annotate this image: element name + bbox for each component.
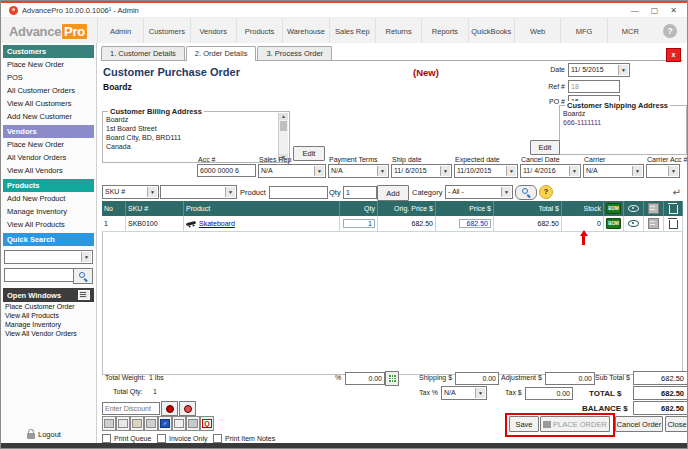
expected-date-picker[interactable]: 11/10/2015▼ <box>454 164 518 178</box>
menu-sales-rep[interactable]: Sales Rep <box>329 18 375 44</box>
menu-quickbooks[interactable]: QuickBooks <box>468 18 514 44</box>
chevron-down-icon[interactable]: ▼ <box>440 166 450 176</box>
sidebar-item-manage-inventory[interactable]: Manage Inventory <box>1 205 96 218</box>
apply-discount-button[interactable] <box>161 401 178 416</box>
remove-discount-button[interactable] <box>179 401 196 416</box>
product-search-go-button[interactable] <box>515 185 537 200</box>
print-queue-checkbox[interactable] <box>102 434 111 443</box>
menu-returns[interactable]: Returns <box>375 18 421 44</box>
price-cell-input[interactable]: 682.50 <box>459 219 491 228</box>
trash-icon[interactable] <box>669 220 678 229</box>
quick-search-type-select[interactable]: ▼ <box>4 250 93 264</box>
signature-icon[interactable] <box>130 416 144 431</box>
carrier-acc-select[interactable]: ▼ <box>646 164 680 178</box>
sidebar-item-all-vendor-orders[interactable]: All Vendor Orders <box>1 151 96 164</box>
sidebar-item-all-customer-orders[interactable]: All Customer Orders <box>1 84 96 97</box>
quickbooks-icon[interactable]: Q <box>200 416 214 431</box>
tab-order-details[interactable]: 2. Order Details <box>186 46 257 61</box>
sidebar-item-add-new-customer[interactable]: Add New Customer <box>1 110 96 123</box>
invoice-only-checkbox[interactable] <box>157 434 166 443</box>
minimize-button[interactable]: — <box>631 6 639 15</box>
sidebar-item-vendor-place-new-order[interactable]: Place New Order <box>1 138 96 151</box>
notes-icon[interactable] <box>648 218 659 229</box>
cancel-date-picker[interactable]: 11/ 4/2016▼ <box>520 164 581 178</box>
maximize-button[interactable]: ▢ <box>651 6 659 15</box>
menu-vendors[interactable]: Vendors <box>190 18 236 44</box>
sidebar-item-pos[interactable]: POS <box>1 71 96 84</box>
chevron-down-icon[interactable]: ▼ <box>81 252 91 262</box>
print-item-notes-checkbox[interactable] <box>213 434 222 443</box>
open-window-place-customer-order[interactable]: Place Customer Order <box>1 302 96 311</box>
menu-warehouse[interactable]: Warehouse <box>282 18 328 44</box>
sidebar-item-view-all-products[interactable]: View All Products <box>1 218 96 231</box>
secure-print-icon[interactable] <box>144 416 158 431</box>
chevron-down-icon[interactable]: ▼ <box>225 187 235 197</box>
open-window-manage-inventory[interactable]: Manage Inventory <box>1 320 96 329</box>
chevron-down-icon[interactable]: ▼ <box>377 166 387 176</box>
fax-icon[interactable] <box>186 416 200 431</box>
place-order-button[interactable]: PLACE ORDER <box>540 416 610 432</box>
add-button[interactable]: Add <box>377 185 409 201</box>
sku-value-select[interactable]: ▼ <box>160 185 237 199</box>
eye-icon[interactable] <box>628 220 639 227</box>
menu-admin[interactable]: Admin <box>97 18 143 44</box>
return-icon[interactable]: ↵ <box>673 187 681 198</box>
acc-field[interactable] <box>197 164 256 177</box>
tax-percent-select[interactable]: N/A▼ <box>441 386 487 400</box>
help-icon[interactable]: ? <box>663 24 677 38</box>
print-icon[interactable] <box>102 416 116 431</box>
tab-process-order[interactable]: 3. Process Order <box>257 46 332 60</box>
ship-date-picker[interactable]: 11/ 6/2015▼ <box>391 164 452 178</box>
save-button[interactable]: Save <box>509 416 539 432</box>
chevron-down-icon[interactable]: ▼ <box>569 166 579 176</box>
discount-field[interactable] <box>102 402 160 415</box>
ref-field[interactable] <box>568 80 620 93</box>
chevron-down-icon[interactable]: ▼ <box>668 166 678 176</box>
adjustment-field[interactable] <box>545 372 595 385</box>
edit-shipping-button[interactable]: Edit <box>530 140 560 155</box>
close-button[interactable]: ✕ <box>670 6 677 15</box>
sidebar-item-view-all-customers[interactable]: View All Customers <box>1 97 96 110</box>
date-picker[interactable]: 11/ 5/2015 ▼ <box>568 63 630 77</box>
menu-customers[interactable]: Customers <box>143 18 189 44</box>
category-select[interactable]: - All -▼ <box>445 185 513 199</box>
shipping-field[interactable] <box>455 372 499 385</box>
chevron-down-icon[interactable]: ▼ <box>475 388 485 398</box>
carrier-select[interactable]: N/A▼ <box>583 164 644 178</box>
window-list-icon[interactable] <box>78 290 90 300</box>
print-preview-icon[interactable] <box>116 416 130 431</box>
chevron-down-icon[interactable]: ▼ <box>618 65 628 75</box>
copy-icon[interactable] <box>172 416 186 431</box>
edit-billing-button[interactable]: Edit <box>293 146 325 161</box>
open-window-view-all-vendor-orders[interactable]: View All Vendor Orders <box>1 329 96 338</box>
sidebar-item-place-new-order[interactable]: Place New Order <box>1 58 96 71</box>
sidebar-item-add-new-product[interactable]: Add New Product <box>1 192 96 205</box>
calculator-button[interactable] <box>385 371 399 386</box>
sku-mode-select[interactable]: SKU #▼ <box>102 185 159 199</box>
help-question-icon[interactable]: ? <box>539 185 553 199</box>
chevron-down-icon[interactable]: ▼ <box>314 166 324 176</box>
menu-reports[interactable]: Reports <box>421 18 467 44</box>
open-window-view-all-products[interactable]: View All Products <box>1 311 96 320</box>
menu-mfg[interactable]: MFG <box>560 18 606 44</box>
product-link[interactable]: Skateboard <box>199 220 235 227</box>
menu-products[interactable]: Products <box>236 18 282 44</box>
menu-web[interactable]: Web <box>514 18 560 44</box>
close-order-button[interactable]: Close <box>665 416 688 432</box>
bom-icon[interactable]: BOM <box>606 218 621 229</box>
chevron-down-icon[interactable]: ▼ <box>501 187 511 197</box>
tab-customer-details[interactable]: 1. Customer Details <box>101 46 185 60</box>
payment-terms-select[interactable]: N/A▼ <box>328 164 389 178</box>
print-selected-icon[interactable]: ✓ <box>158 416 172 431</box>
tax-field[interactable] <box>525 387 573 400</box>
logout-button[interactable]: Logout <box>27 430 61 439</box>
qty-field[interactable] <box>343 186 377 199</box>
sales-rep-select[interactable]: N/A▼ <box>258 164 326 178</box>
chevron-down-icon[interactable]: ▼ <box>147 187 157 197</box>
chevron-down-icon[interactable]: ▼ <box>632 166 642 176</box>
discount-percent-field[interactable] <box>345 372 385 385</box>
product-search-field[interactable] <box>269 186 328 199</box>
close-tab-icon[interactable]: x <box>666 48 681 62</box>
sidebar-item-view-all-vendors[interactable]: View All Vendors <box>1 164 96 177</box>
billing-scrollbar[interactable]: ▲ ▼ <box>278 113 288 161</box>
